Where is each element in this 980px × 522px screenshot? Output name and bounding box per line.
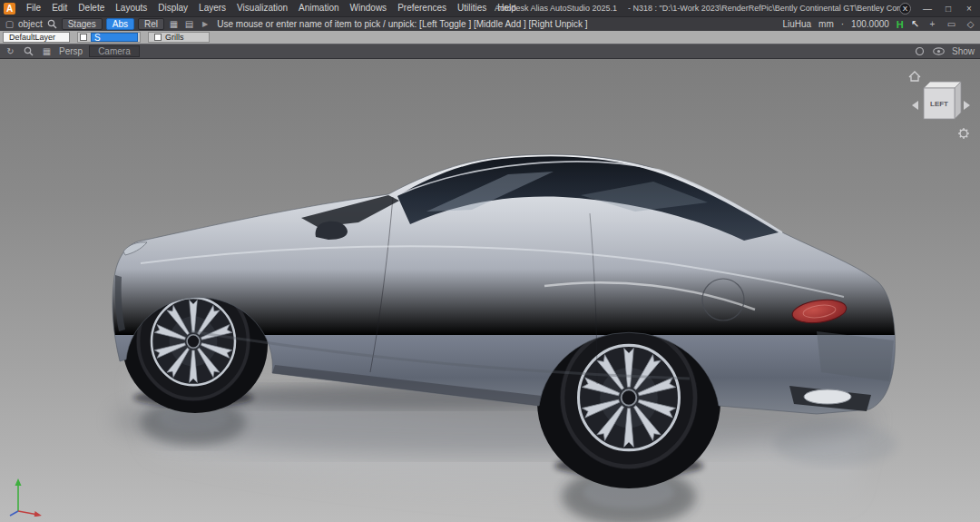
scale-value[interactable]: 100.0000 xyxy=(851,19,889,29)
menu-utilities[interactable]: Utilities xyxy=(452,0,492,16)
prompt-arrow-icon: ▶ xyxy=(202,20,208,28)
rel-toggle-button[interactable]: Rel xyxy=(138,18,164,30)
viewcube-settings-gear-icon[interactable] xyxy=(958,128,969,139)
menu-edit[interactable]: Edit xyxy=(46,0,73,16)
stages-button[interactable]: Stages xyxy=(62,18,103,30)
menu-animation[interactable]: Animation xyxy=(293,0,344,16)
layer-tab-label: DefaultLayer xyxy=(9,33,55,42)
layer-tab-label: Grills xyxy=(165,33,184,42)
menu-preferences[interactable]: Preferences xyxy=(392,0,452,16)
abs-toggle-button[interactable]: Abs xyxy=(106,18,134,30)
viewcube-cube[interactable]: LEFT xyxy=(924,82,961,119)
layer-rename-field[interactable]: S xyxy=(91,33,138,42)
layer-tab-editing[interactable]: S xyxy=(77,32,141,43)
window-title-area: Autodesk Alias AutoStudio 2025.1 - N318 … xyxy=(495,0,902,16)
pick-tool-icon[interactable]: ◇ xyxy=(965,19,976,29)
redraw-icon[interactable]: ↻ xyxy=(5,45,16,57)
eye-icon[interactable] xyxy=(933,45,945,57)
object-mode-indicator[interactable]: ▢ object xyxy=(4,19,43,29)
viewport-header: ↻ ▦ Persp Camera Show xyxy=(0,44,980,59)
history-toggle[interactable]: H xyxy=(897,19,904,30)
box-select-icon[interactable]: ▭ xyxy=(946,19,957,29)
show-menu-button[interactable]: Show xyxy=(952,46,975,56)
viewport-search-icon[interactable] xyxy=(23,45,34,57)
crosshair-tool-icon[interactable]: + xyxy=(926,19,938,29)
rotate-left-arrow[interactable] xyxy=(912,101,918,110)
layer-visibility-checkbox[interactable] xyxy=(80,34,87,41)
viewport-header-right: Show xyxy=(914,45,975,57)
layer-tab-defaultlayer[interactable]: DefaultLayer xyxy=(3,32,70,43)
home-icon[interactable] xyxy=(909,72,920,81)
app-title: Autodesk Alias AutoStudio 2025.1 xyxy=(495,0,617,16)
exhaust-tip xyxy=(804,389,851,404)
menu-bar: A File Edit Delete Layouts Display Layer… xyxy=(0,0,980,16)
object-mode-label: object xyxy=(18,19,43,29)
prompt-line: Use mouse or enter name of item to pick … xyxy=(217,19,587,29)
grid-snap-icon[interactable]: ▦ xyxy=(168,19,180,29)
prompt-toolbar: ▢ object Stages Abs Rel ▦ ▤ ▶ Use mouse … xyxy=(0,16,980,31)
toolbar-right-cluster: LiuHua mm · 100.0000 H ↖ + ▭ ◇ xyxy=(782,18,976,30)
layer-bar: DefaultLayer S Grills xyxy=(0,31,980,44)
search-icon[interactable] xyxy=(46,18,58,30)
menu-layouts[interactable]: Layouts xyxy=(110,0,152,16)
viewcube-face-label: LEFT xyxy=(930,100,948,108)
camera-button[interactable]: Camera xyxy=(89,45,140,57)
axis-triad xyxy=(7,475,47,517)
document-path: - N318 : "D:\1-Work 2023\RenderRefPic\Be… xyxy=(628,0,902,16)
close-button[interactable]: × xyxy=(960,4,978,14)
rotate-right-arrow[interactable] xyxy=(964,101,970,110)
menu-visualization[interactable]: Visualization xyxy=(231,0,293,16)
menu-display[interactable]: Display xyxy=(152,0,193,16)
layout-grid-icon[interactable]: ▦ xyxy=(41,45,53,57)
menu-layers[interactable]: Layers xyxy=(193,0,231,16)
rear-wheel[interactable] xyxy=(560,326,698,469)
minimize-button[interactable]: — xyxy=(918,4,936,14)
car-model-scene[interactable] xyxy=(0,59,980,522)
perspective-viewport[interactable]: LEFT xyxy=(0,59,980,522)
menu-windows[interactable]: Windows xyxy=(345,0,393,16)
curve-snap-icon[interactable]: ▤ xyxy=(183,19,195,29)
alias-app-icon[interactable]: A xyxy=(4,3,15,15)
menu-file[interactable]: File xyxy=(21,0,46,16)
layer-visibility-checkbox[interactable] xyxy=(154,34,162,41)
menu-delete[interactable]: Delete xyxy=(73,0,110,16)
layer-tab-grills[interactable]: Grills xyxy=(148,32,210,43)
view-name-label[interactable]: Persp xyxy=(59,46,83,56)
account-badge-icon[interactable]: X xyxy=(899,3,911,15)
user-name-label: LiuHua xyxy=(782,19,811,29)
window-controls: X — □ × xyxy=(899,0,978,16)
units-separator: · xyxy=(841,19,844,29)
cursor-arrow-icon[interactable]: ↖ xyxy=(911,18,919,30)
circle-select-icon[interactable] xyxy=(914,45,926,57)
units-label[interactable]: mm xyxy=(818,19,834,29)
viewcube[interactable]: LEFT xyxy=(907,68,971,155)
object-cube-icon: ▢ xyxy=(4,19,15,29)
maximize-button[interactable]: □ xyxy=(939,4,957,14)
